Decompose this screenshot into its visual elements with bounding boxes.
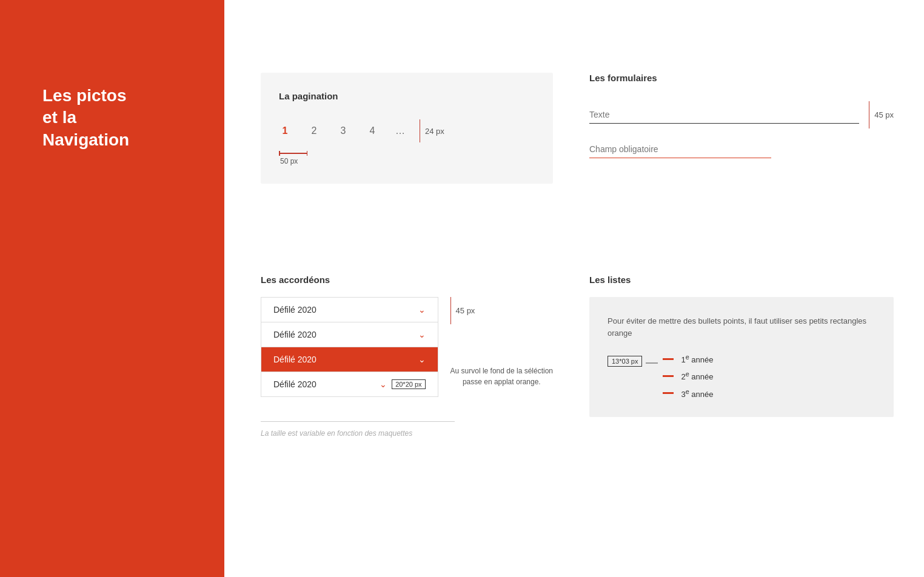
bracket-middle xyxy=(280,153,307,154)
sup-1: e xyxy=(686,353,689,361)
page-1[interactable]: 1 xyxy=(279,125,291,136)
accordeon-label-3: Défilé 2020 xyxy=(273,355,316,364)
dim-line-vertical xyxy=(420,119,420,142)
required-input[interactable] xyxy=(589,141,771,158)
accordeon-item-1[interactable]: Défilé 2020 ⌄ xyxy=(261,298,438,322)
sup-2: e xyxy=(686,370,689,378)
icon-size-box: 20*20 px xyxy=(392,379,425,389)
page-4[interactable]: 4 xyxy=(366,125,378,136)
liste-bullet-2 xyxy=(663,375,674,377)
accordeon-size-annotation: 45 px xyxy=(450,297,553,324)
liste-items-wrapper: 13*03 px 1e année 2e année 3e xyxy=(608,353,875,399)
list-item-label-3: 3e année xyxy=(681,388,713,399)
note-text: La taille est variable en fonction des m… xyxy=(261,429,412,438)
text-field-container xyxy=(589,106,859,124)
accordeon-annotations: 45 px Au survol le fond de la séléction … xyxy=(450,297,553,387)
bracket-label: 50 px xyxy=(280,157,535,165)
text-field-wrapper: 45 px xyxy=(589,101,894,128)
form-dim-label: 45 px xyxy=(874,110,894,119)
liste-dim-box: 13*03 px xyxy=(608,356,642,367)
accordeons-section: Les accordéons Défilé 2020 ⌄ Défilé 2020… xyxy=(261,275,577,438)
formulaires-section: Les formulaires 45 px xyxy=(577,73,894,158)
required-field-container xyxy=(589,141,771,158)
accordeon-row: Défilé 2020 ⌄ Défilé 2020 ⌄ Défilé 2020 … xyxy=(261,297,553,397)
accordeon-item-2[interactable]: Défilé 2020 ⌄ xyxy=(261,322,438,347)
accordeon-list: Défilé 2020 ⌄ Défilé 2020 ⌄ Défilé 2020 … xyxy=(261,297,438,397)
main-content: La pagination 1 2 3 4 … 24 px xyxy=(224,0,924,577)
list-item-label-1: 1e année xyxy=(681,353,713,364)
list-item-2: 2e année xyxy=(663,370,713,381)
accordeon-label-2: Défilé 2020 xyxy=(273,330,316,339)
sidebar-title: Les pictos et la Navigation xyxy=(42,85,182,151)
formulaires-title: Les formulaires xyxy=(589,73,894,83)
pagination-dim-label: 24 px xyxy=(425,127,444,136)
pagination-content: 1 2 3 4 … 24 px xyxy=(279,119,535,165)
icon-size-group: ⌄ 20*20 px xyxy=(380,379,425,389)
list-item-1: 1e année xyxy=(663,353,713,364)
list-item-label-2: 2e année xyxy=(681,370,713,381)
accordeon-item-3[interactable]: Défilé 2020 ⌄ xyxy=(261,347,438,372)
sup-3: e xyxy=(686,388,689,395)
pagination-box: La pagination 1 2 3 4 … 24 px xyxy=(261,73,553,184)
chevron-icon-2: ⌄ xyxy=(418,330,426,339)
chevron-icon-3: ⌄ xyxy=(418,355,426,364)
hover-note: Au survol le fond de la séléction passe … xyxy=(450,365,553,387)
pagination-dim-group: 24 px xyxy=(420,119,444,142)
form-dim-line xyxy=(869,101,869,128)
accord-dim-label: 45 px xyxy=(456,306,475,315)
pagination-section: La pagination 1 2 3 4 … 24 px xyxy=(261,73,577,184)
bracket-right xyxy=(307,151,308,156)
liste-dim-annotation: 13*03 px xyxy=(608,355,658,367)
form-dim-group: 45 px xyxy=(869,101,894,128)
listes-section: Les listes Pour éviter de mettre des bul… xyxy=(577,275,894,417)
bracket xyxy=(279,151,535,156)
chevron-icon-1: ⌄ xyxy=(418,305,426,315)
listes-title: Les listes xyxy=(589,275,894,285)
page-2[interactable]: 2 xyxy=(308,125,320,136)
liste-items: 1e année 2e année 3e année xyxy=(663,353,713,399)
accordeon-label-1: Défilé 2020 xyxy=(273,305,316,315)
sidebar: Les pictos et la Navigation xyxy=(0,0,224,577)
page-3[interactable]: 3 xyxy=(337,125,349,136)
liste-bullet-1 xyxy=(663,358,674,360)
accordeons-title: Les accordéons xyxy=(261,275,553,285)
chevron-icon-4: ⌄ xyxy=(380,379,387,389)
liste-bullet-3 xyxy=(663,392,674,394)
liste-dim-line xyxy=(646,362,658,364)
text-input[interactable] xyxy=(589,106,859,124)
list-item-3: 3e année xyxy=(663,388,713,399)
accordeon-item-4[interactable]: Défilé 2020 ⌄ 20*20 px xyxy=(261,372,438,396)
note-bottom: La taille est variable en fonction des m… xyxy=(261,421,455,438)
page-ellipsis: … xyxy=(395,125,405,136)
liste-box: Pour éviter de mettre des bullets points… xyxy=(589,297,894,417)
pagination-title: La pagination xyxy=(279,91,535,101)
pagination-annotation: 50 px xyxy=(279,147,535,165)
accordeon-label-4: Défilé 2020 xyxy=(273,379,316,389)
accord-line-v xyxy=(450,297,451,324)
pagination-numbers: 1 2 3 4 … xyxy=(279,125,405,136)
liste-description: Pour éviter de mettre des bullets points… xyxy=(608,315,875,339)
